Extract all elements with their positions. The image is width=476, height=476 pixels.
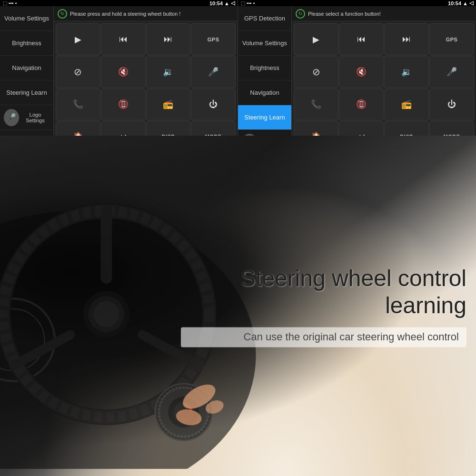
refresh-icon-1[interactable]: ↻ — [58, 9, 67, 19]
battery-icon-2: ⬚ — [241, 0, 245, 6]
sidebar-1: Volume Settings Brightness Navigation St… — [0, 6, 54, 155]
sidebar-item-navigation-1[interactable]: Navigation — [0, 56, 53, 80]
grid-btn-radio-2[interactable]: 📻 — [384, 89, 429, 120]
sidebar-item-steering-1[interactable]: Steering Learn — [0, 80, 53, 105]
sidebar-item-brightness-1[interactable]: Brightness — [0, 31, 53, 56]
main-title: Steering wheel control learning — [181, 265, 466, 319]
status-bar-1: ⬚ ▪▪▪ ▪ 10:54 ▲ ◁ — [0, 0, 238, 6]
grid-btn-play-2[interactable]: ▶ — [294, 23, 338, 55]
sidebar-item-brightness-2[interactable]: Brightness — [238, 56, 291, 80]
screen-content-1: Volume Settings Brightness Navigation St… — [0, 6, 238, 155]
sidebar-item-navigation-2[interactable]: Navigation — [238, 80, 291, 105]
grid-btn-power-1[interactable]: ⏻ — [191, 89, 236, 120]
arrow-up-icon-1: ▲ — [224, 0, 229, 6]
nav-back-2[interactable]: ◁ — [469, 0, 473, 6]
grid-btn-volup-1[interactable]: 🔉 — [146, 56, 191, 88]
screen-panel-2: ⬚ ▪▪▪ ▪ 10:54 ▲ ◁ GPS Detection Volume S… — [238, 0, 476, 136]
grid-btn-power-2[interactable]: ⏻ — [429, 89, 474, 120]
grid-btn-call-2[interactable]: 📞 — [294, 89, 338, 120]
grid-btn-mic-2[interactable]: 🎤 — [429, 56, 474, 88]
sidebar-2: GPS Detection Volume Settings Brightness… — [238, 6, 292, 155]
refresh-icon-2[interactable]: ↻ — [296, 9, 305, 19]
time-display-2: 10:54 ▲ ◁ — [448, 0, 473, 6]
sidebar-item-logo-1[interactable]: 🎤 Logo Settings — [0, 105, 53, 130]
status-bar-2: ⬚ ▪▪▪ ▪ 10:54 ▲ ◁ — [238, 0, 476, 6]
screen-content-2: GPS Detection Volume Settings Brightness… — [238, 6, 476, 155]
top-section: ⬚ ▪▪▪ ▪ 10:54 ▲ ◁ Volume Settings Bright… — [0, 0, 476, 136]
instruction-text-2: Please select a function button! — [308, 11, 381, 17]
grid-btn-prev-1[interactable]: ⏮ — [101, 23, 146, 55]
grid-btn-mic-1[interactable]: 🎤 — [191, 56, 236, 88]
grid-btn-call-1[interactable]: 📞 — [56, 89, 100, 120]
sub-title: Can use the original car steering wheel … — [181, 327, 466, 347]
sidebar-item-volume-1[interactable]: Volume Settings — [0, 6, 53, 31]
arrow-up-icon-2: ▲ — [463, 0, 468, 6]
signal-icon-2: ▪▪▪ — [247, 0, 252, 6]
wifi-icon-2: ▪ — [253, 0, 255, 6]
grid-btn-next-2[interactable]: ⏭ — [384, 23, 429, 55]
sidebar-item-steering-2[interactable]: Steering Learn — [238, 105, 291, 130]
status-icons-left-2: ⬚ ▪▪▪ ▪ — [241, 0, 255, 6]
grid-btn-noentry-2[interactable]: ⊘ — [294, 56, 338, 88]
screen-panel-1: ⬚ ▪▪▪ ▪ 10:54 ▲ ◁ Volume Settings Bright… — [0, 0, 238, 136]
button-grid-2: ▶ ⏮ ⏭ GPS ⊘ 🔇 🔉 🎤 📞 📵 📻 ⏻ 🏠 ↩ DISP MODE — [292, 21, 476, 155]
grid-btn-gps-1[interactable]: GPS — [191, 23, 236, 55]
grid-btn-noentry-1[interactable]: ⊘ — [56, 56, 100, 88]
instruction-bar-1: ↻ Please press and hold a steering wheet… — [54, 6, 238, 21]
wifi-icon-1: ▪ — [15, 0, 17, 6]
grid-btn-radio-1[interactable]: 📻 — [146, 89, 191, 120]
button-grid-1: ▶ ⏮ ⏭ GPS ⊘ 🔇 🔉 🎤 📞 📵 📻 ⏻ 🏠 ↩ DISP MODE — [54, 21, 238, 155]
time-display-1: 10:54 ▲ ◁ — [209, 0, 235, 6]
time-2: 10:54 — [448, 0, 461, 6]
status-icons-left-1: ⬚ ▪▪▪ ▪ — [3, 0, 17, 6]
grid-area-1: ↻ Please press and hold a steering wheet… — [54, 6, 238, 155]
svg-point-11 — [93, 301, 119, 327]
nav-back-1[interactable]: ◁ — [231, 0, 235, 6]
grid-btn-gps-2[interactable]: GPS — [429, 23, 474, 55]
grid-btn-play-1[interactable]: ▶ — [56, 23, 100, 55]
sidebar-item-gps-2[interactable]: GPS Detection — [238, 6, 291, 31]
grid-btn-endcall-1[interactable]: 📵 — [101, 89, 146, 120]
mic-icon-1: 🎤 — [4, 109, 19, 126]
bottom-section: Steering wheel control learning Can use … — [0, 136, 476, 476]
signal-icon-1: ▪▪▪ — [9, 0, 14, 6]
instruction-text-1: Please press and hold a steering wheet b… — [70, 11, 180, 17]
text-overlay: Steering wheel control learning Can use … — [181, 265, 466, 347]
grid-btn-voldown-2[interactable]: 🔇 — [339, 56, 384, 88]
grid-btn-prev-2[interactable]: ⏮ — [339, 23, 384, 55]
instruction-bar-2: ↻ Please select a function button! — [292, 6, 476, 21]
battery-icon-1: ⬚ — [3, 0, 7, 6]
time-1: 10:54 — [209, 0, 223, 6]
grid-btn-voldown-1[interactable]: 🔇 — [101, 56, 146, 88]
grid-btn-volup-2[interactable]: 🔉 — [384, 56, 429, 88]
sidebar-item-volume-2[interactable]: Volume Settings — [238, 31, 291, 56]
grid-area-2: ↻ Please select a function button! ▶ ⏮ ⏭… — [292, 6, 476, 155]
grid-btn-endcall-2[interactable]: 📵 — [339, 89, 384, 120]
grid-btn-next-1[interactable]: ⏭ — [146, 23, 191, 55]
